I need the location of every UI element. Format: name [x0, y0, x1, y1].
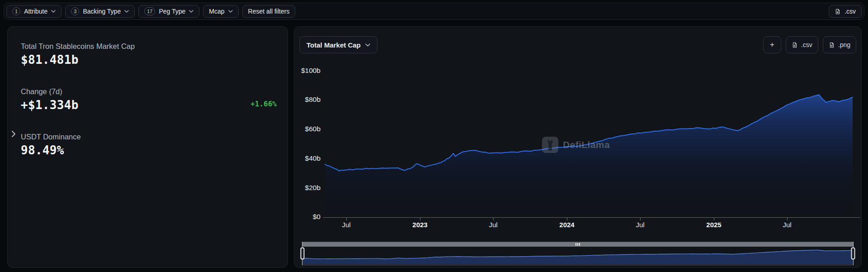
export-csv-button[interactable]: .csv	[829, 5, 862, 18]
change-percent-value: +1.66%	[250, 100, 277, 108]
filter-peg-type-button[interactable]: 17 Peg Type	[138, 5, 199, 18]
y-axis-label: $40b	[305, 154, 321, 162]
y-axis-label: $80b	[305, 95, 321, 104]
brush-grip-icon	[576, 243, 580, 246]
add-chart-button[interactable]: +	[763, 36, 781, 53]
download-csv-label: .csv	[801, 41, 812, 48]
x-axis-label: 2024	[559, 221, 574, 229]
export-csv-label: .csv	[844, 8, 856, 15]
chart-actions: + .csv .png	[763, 36, 856, 53]
x-axis-tick	[346, 218, 347, 220]
download-png-label: .png	[838, 41, 850, 48]
filter-backing-type-button[interactable]: 3 Backing Type	[65, 5, 135, 18]
brush-mini-chart[interactable]	[302, 247, 853, 265]
file-download-icon	[829, 42, 835, 48]
stat-label: Change (7d)	[21, 87, 277, 96]
x-axis-label: Jul	[636, 221, 644, 229]
filter-peg-type-label: Peg Type	[159, 8, 185, 15]
peg-type-count-badge: 17	[144, 7, 155, 15]
metric-selector-label: Total Market Cap	[307, 41, 361, 49]
reset-all-filters-button[interactable]: Reset all filters	[242, 5, 296, 18]
stat-total-market-cap: Total Tron Stablecoins Market Cap $81.48…	[21, 42, 277, 67]
brush-handle-left[interactable]	[301, 248, 305, 260]
y-axis-label: $0	[313, 213, 321, 221]
reset-all-filters-label: Reset all filters	[248, 8, 290, 15]
x-axis-tick	[420, 218, 420, 220]
x-axis-label: 2023	[412, 221, 427, 229]
x-axis-label: Jul	[783, 221, 791, 229]
stat-label: USDT Dominance	[21, 133, 277, 141]
market-cap-area-chart[interactable]	[325, 70, 853, 218]
stat-change-7d: Change (7d) +$1.334b +1.66%	[21, 87, 277, 112]
filter-attribute-label: Attribute	[24, 8, 47, 15]
chart-header: Total Market Cap + .csv .png	[299, 36, 856, 53]
stat-label: Total Tron Stablecoins Market Cap	[21, 42, 277, 51]
download-png-button[interactable]: .png	[823, 36, 856, 53]
chevron-down-icon	[51, 10, 56, 13]
brush-move-track[interactable]	[302, 242, 853, 247]
x-axis-tick	[640, 218, 641, 220]
stat-value: 98.49%	[21, 143, 277, 157]
filter-bar: 1 Attribute 3 Backing Type 17 Peg Type M…	[4, 3, 864, 20]
x-axis-label: 2025	[706, 221, 721, 229]
x-axis-tick	[787, 218, 788, 220]
plus-icon: +	[770, 40, 774, 49]
file-download-icon	[835, 8, 841, 15]
chevron-right-icon[interactable]	[12, 130, 17, 138]
filter-mcap-label: Mcap	[209, 8, 224, 15]
x-axis-label: Jul	[342, 221, 350, 229]
stats-panel: Total Tron Stablecoins Market Cap $81.48…	[7, 26, 288, 268]
stat-usdt-dominance: USDT Dominance 98.49%	[21, 133, 277, 157]
filter-backing-type-label: Backing Type	[83, 8, 121, 15]
download-csv-button[interactable]: .csv	[786, 36, 818, 53]
chevron-down-icon	[189, 10, 193, 13]
filter-attribute-button[interactable]: 1 Attribute	[6, 5, 61, 18]
stat-value: +$1.334b	[21, 98, 79, 112]
y-axis-label: $100b	[301, 67, 321, 75]
filter-mcap-button[interactable]: Mcap	[203, 5, 238, 18]
chevron-down-icon	[365, 43, 370, 47]
brush-handle-right[interactable]	[851, 248, 855, 260]
x-axis-label: Jul	[489, 221, 497, 229]
area-fill	[325, 95, 853, 217]
attribute-count-badge: 1	[12, 7, 20, 15]
chevron-down-icon	[228, 10, 233, 13]
y-axis-label: $60b	[305, 125, 321, 133]
chevron-down-icon	[124, 10, 129, 13]
y-axis-label: $20b	[305, 184, 321, 192]
x-axis-tick	[567, 218, 567, 220]
file-download-icon	[792, 42, 798, 48]
data-zoom-brush	[302, 242, 854, 265]
x-axis-tick	[714, 218, 714, 220]
chart-panel: Total Market Cap + .csv .png $100b $80b …	[294, 26, 862, 268]
backing-type-count-badge: 3	[71, 7, 79, 15]
filter-group: 1 Attribute 3 Backing Type 17 Peg Type M…	[6, 5, 295, 18]
x-axis-tick	[493, 218, 494, 220]
x-axis-line	[323, 217, 860, 218]
stat-value: $81.481b	[21, 53, 277, 67]
metric-selector-dropdown[interactable]: Total Market Cap	[299, 36, 377, 53]
